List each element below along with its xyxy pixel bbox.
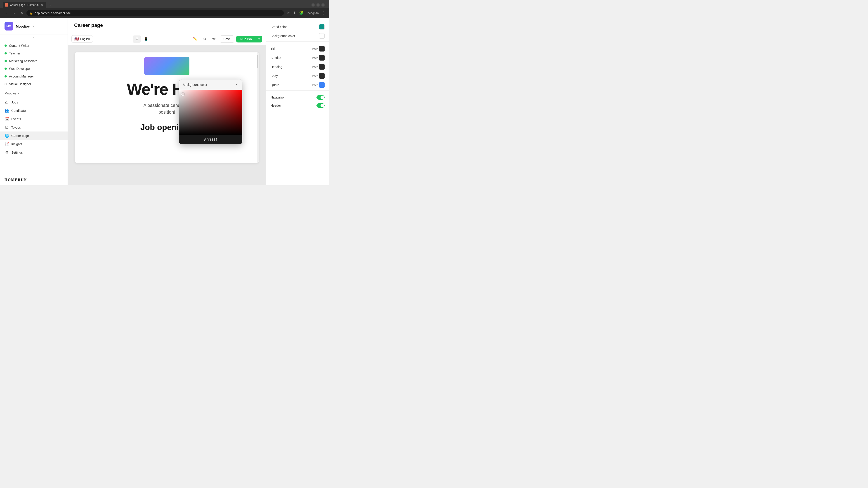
subtitle-font-swatch[interactable] bbox=[319, 55, 324, 61]
menu-button[interactable]: ⋮ bbox=[321, 10, 327, 16]
edit-button[interactable]: ✏️ bbox=[191, 35, 199, 43]
body-font-controls: Inter bbox=[312, 73, 324, 78]
todos-icon: ☑ bbox=[4, 125, 9, 129]
status-dot-account-manager bbox=[4, 75, 7, 77]
sidebar-item-account-manager[interactable]: Account Manager bbox=[0, 72, 68, 80]
sidebar-item-label: Insights bbox=[11, 142, 22, 146]
header-row: Header bbox=[266, 101, 329, 109]
sidebar-item-teacher[interactable]: Teacher bbox=[0, 50, 68, 57]
sidebar: MM Moodjoy ▾ ▲ Content Writer Teacher Ma… bbox=[0, 18, 68, 185]
back-button[interactable]: ← bbox=[3, 10, 9, 16]
sidebar-header: MM Moodjoy ▾ bbox=[0, 18, 68, 35]
status-dot-content-writer bbox=[4, 44, 7, 47]
sidebar-item-web-developer[interactable]: Web Developer bbox=[0, 65, 68, 72]
status-dot-web-dev bbox=[4, 68, 7, 70]
minimize-button[interactable] bbox=[311, 3, 315, 6]
body-font-swatch[interactable] bbox=[319, 73, 324, 78]
sidebar-item-events[interactable]: 📅 Events bbox=[0, 115, 68, 123]
navigation-toggle[interactable] bbox=[316, 95, 324, 100]
quote-font-swatch[interactable] bbox=[319, 82, 324, 88]
sidebar-item-content-writer[interactable]: Content Writer bbox=[0, 42, 68, 50]
sidebar-item-insights[interactable]: 📈 Insights bbox=[0, 140, 68, 148]
language-button[interactable]: 🇺🇸 English bbox=[71, 35, 93, 43]
quote-label: Quote bbox=[271, 83, 279, 87]
header-toggle[interactable] bbox=[316, 103, 324, 108]
company-nav-label: Moodjoy bbox=[4, 92, 17, 95]
homerun-logo: HOMERUN bbox=[4, 178, 63, 182]
events-icon: 📅 bbox=[4, 117, 9, 121]
sidebar-item-visual-designer[interactable]: Visual Designer bbox=[0, 80, 68, 88]
company-dropdown-icon[interactable]: ▾ bbox=[33, 25, 34, 28]
sidebar-item-jobs[interactable]: 🗂 Jobs bbox=[0, 98, 68, 106]
status-dot-teacher bbox=[4, 52, 7, 55]
refresh-button[interactable]: ↻ bbox=[19, 10, 25, 16]
insights-icon: 📈 bbox=[4, 142, 9, 146]
mobile-view-button[interactable]: 📱 bbox=[142, 35, 151, 43]
company-nav-dropdown-icon: ▾ bbox=[18, 92, 19, 95]
forward-button[interactable]: → bbox=[11, 10, 17, 16]
sidebar-item-label: Marketing Associate bbox=[9, 59, 37, 63]
title-label: Title bbox=[271, 47, 276, 51]
background-color-row: Background color bbox=[266, 31, 329, 41]
tab-title: Career page - Homerun bbox=[10, 3, 39, 6]
publish-button[interactable]: Publish bbox=[236, 36, 256, 42]
status-dot-marketing bbox=[4, 60, 7, 62]
settings-panel-button[interactable]: ⚙ bbox=[201, 35, 209, 43]
sidebar-item-candidates[interactable]: 👥 Candidates bbox=[0, 106, 68, 115]
preview-scrollbar-thumb[interactable] bbox=[257, 55, 258, 68]
maximize-button[interactable] bbox=[316, 3, 320, 6]
brand-color-swatch[interactable] bbox=[319, 24, 324, 30]
sidebar-item-label: Settings bbox=[11, 151, 23, 154]
window-controls bbox=[310, 3, 327, 6]
close-tab-button[interactable]: ✕ bbox=[40, 3, 43, 7]
browser-chrome: H Career page - Homerun ✕ + ← → ↻ 🔒 app.… bbox=[0, 0, 329, 18]
lock-icon: 🔒 bbox=[30, 11, 33, 15]
sidebar-item-settings[interactable]: ⚙ Settings bbox=[0, 148, 68, 157]
quote-font-row: Quote Inter bbox=[266, 80, 329, 91]
tab-bar: H Career page - Homerun ✕ + bbox=[0, 0, 329, 8]
hex-value[interactable]: #ffffff bbox=[204, 138, 217, 141]
sidebar-item-todos[interactable]: ☑ To-dos bbox=[0, 123, 68, 131]
quote-font-name: Inter bbox=[312, 84, 318, 87]
gradient-picker[interactable] bbox=[179, 90, 242, 135]
language-label: English bbox=[80, 37, 90, 41]
sidebar-item-marketing-associate[interactable]: Marketing Associate bbox=[0, 57, 68, 65]
status-dot-visual-designer bbox=[4, 83, 7, 85]
save-button[interactable]: Save bbox=[220, 35, 235, 43]
publish-dropdown-button[interactable]: ▾ bbox=[256, 36, 262, 42]
background-color-swatch[interactable] bbox=[319, 33, 324, 39]
toolbar-center: 🖥 📱 bbox=[133, 35, 151, 43]
color-picker-close-button[interactable]: × bbox=[235, 82, 239, 87]
sidebar-item-career-page[interactable]: 🌐 Career page bbox=[0, 131, 68, 140]
sidebar-item-label: Account Manager bbox=[9, 74, 34, 78]
body-font-row: Body Inter bbox=[266, 71, 329, 80]
brand-color-row: Brand color bbox=[266, 22, 329, 31]
title-font-swatch[interactable] bbox=[319, 46, 324, 52]
company-nav-header[interactable]: Moodjoy ▾ bbox=[0, 90, 68, 96]
career-page-icon: 🌐 bbox=[4, 133, 9, 138]
preview-toolbar: 🇺🇸 English 🖥 📱 ✏️ ⚙ 👁 Save Publish ▾ bbox=[68, 33, 266, 45]
active-tab[interactable]: H Career page - Homerun ✕ bbox=[3, 2, 46, 8]
color-picker-gradient-area[interactable] bbox=[179, 90, 242, 135]
sidebar-item-label: Candidates bbox=[11, 109, 27, 112]
preview-frame-container: We're Hirin A passionate candidate posit… bbox=[68, 45, 266, 185]
subtitle-font-name: Inter bbox=[312, 56, 318, 60]
main-header: Career page bbox=[68, 18, 266, 33]
settings-icon: ⚙ bbox=[4, 150, 9, 155]
body-font-name: Inter bbox=[312, 74, 318, 78]
desktop-view-button[interactable]: 🖥 bbox=[133, 35, 141, 43]
sidebar-item-label: Web Developer bbox=[9, 67, 31, 70]
color-picker-title: Background color bbox=[183, 83, 207, 87]
candidates-icon: 👥 bbox=[4, 108, 9, 113]
download-button[interactable]: ⬇ bbox=[292, 10, 297, 16]
bookmark-button[interactable]: ☆ bbox=[286, 10, 291, 16]
close-window-button[interactable] bbox=[321, 3, 324, 6]
navigation-label: Navigation bbox=[271, 96, 285, 99]
incognito-label: Incognito bbox=[306, 11, 320, 15]
preview-button[interactable]: 👁 bbox=[210, 35, 218, 43]
extensions-button[interactable]: 🧩 bbox=[298, 10, 305, 16]
heading-font-swatch[interactable] bbox=[319, 64, 324, 70]
preview-scrollbar-track[interactable] bbox=[257, 53, 258, 163]
address-bar[interactable]: 🔒 app.homerun.co/career-site bbox=[26, 10, 284, 16]
new-tab-button[interactable]: + bbox=[47, 2, 53, 8]
